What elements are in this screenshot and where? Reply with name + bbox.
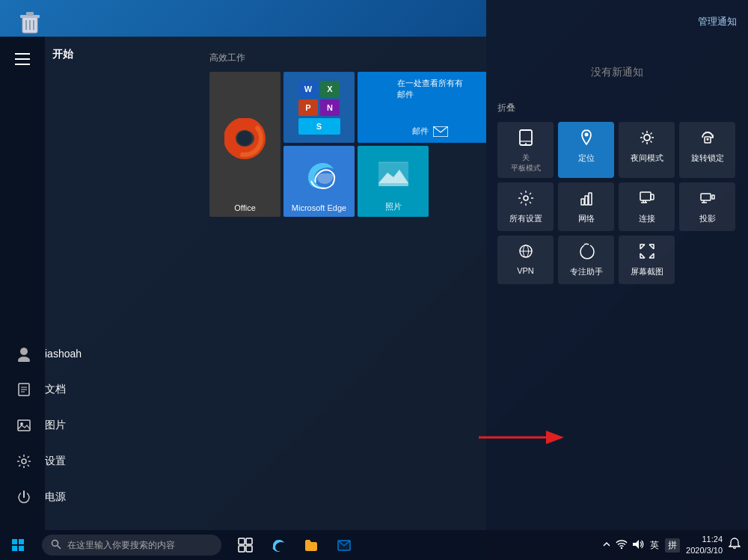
svg-rect-55: [12, 539, 17, 544]
svg-rect-43: [651, 194, 654, 200]
screenshot-label: 屏幕截图: [631, 266, 663, 277]
tablet-label: 关: [522, 153, 530, 163]
quick-btn-nightmode[interactable]: 夜间模式: [619, 122, 675, 178]
quick-settings-panel: 管理通知 没有新通知 折叠 关 平板模式: [486, 0, 748, 560]
svg-rect-40: [585, 196, 588, 205]
quick-grid-row2: 所有设置 网络: [497, 182, 737, 231]
svg-point-6: [20, 348, 28, 355]
taskbar: 在这里输入你要搜索的内容: [0, 530, 748, 560]
start-button[interactable]: [0, 530, 36, 560]
recycle-bin-icon: [15, 7, 45, 37]
mail-tile-text: 在一处查看所有有邮件: [397, 78, 463, 101]
svg-rect-62: [246, 538, 252, 544]
docs-icon: [15, 381, 33, 399]
tray-up-arrow[interactable]: [602, 539, 611, 551]
svg-rect-12: [18, 420, 30, 431]
sidebar-item-docs[interactable]: 文档: [7, 372, 180, 407]
location-label: 定位: [578, 153, 595, 164]
svg-rect-63: [239, 546, 245, 552]
task-view-btn[interactable]: [230, 530, 260, 560]
tile-photos-label: 照片: [385, 201, 402, 212]
network-icon: [578, 190, 595, 210]
svg-line-32: [650, 141, 652, 143]
svg-rect-61: [239, 538, 245, 544]
tile-office-apps[interactable]: W X P N S: [283, 72, 355, 143]
tiles-section-label: 高效工作: [209, 52, 471, 64]
sidebar-item-power[interactable]: 电源: [7, 479, 180, 515]
svg-rect-41: [589, 193, 592, 205]
settings-icon: [15, 452, 33, 470]
start-menu: 开始 iashoah: [0, 37, 486, 530]
quick-grid-row3: VPN 专注助手: [497, 236, 737, 284]
tile-office-label: Office: [234, 203, 256, 212]
allsettings-icon: [518, 190, 534, 210]
connect-label: 连接: [639, 213, 655, 224]
sidebar-item-user[interactable]: iashoah: [7, 336, 180, 372]
quick-btn-rotate[interactable]: 旋转锁定: [679, 122, 735, 178]
pictures-label: 图片: [45, 419, 66, 432]
svg-rect-2: [26, 12, 34, 16]
quick-btn-connect[interactable]: 连接: [619, 182, 675, 231]
svg-point-67: [621, 547, 622, 548]
no-new-notice: 没有新通知: [497, 66, 737, 79]
quick-btn-project[interactable]: 投影: [679, 182, 735, 231]
svg-line-34: [642, 141, 643, 143]
svg-point-59: [52, 540, 58, 546]
svg-marker-68: [633, 540, 639, 549]
tiles-area: 高效工作: [194, 37, 486, 530]
quick-btn-allsettings[interactable]: 所有设置: [497, 182, 554, 231]
quick-buttons-grid: 关 平板模式 定位: [497, 122, 737, 178]
svg-rect-42: [640, 192, 651, 200]
docs-label: 文档: [45, 383, 66, 396]
quick-btn-tablet[interactable]: 关 平板模式: [497, 122, 554, 178]
svg-line-31: [642, 133, 643, 135]
tray-network[interactable]: [616, 539, 628, 552]
tile-mail[interactable]: 在一处查看所有有邮件 邮件: [358, 72, 486, 143]
tray-volume[interactable]: [632, 539, 644, 552]
lang-badge[interactable]: 英: [650, 539, 659, 552]
power-label: 电源: [45, 490, 66, 504]
power-icon: [15, 488, 33, 506]
taskbar-explorer[interactable]: [296, 530, 326, 560]
nightmode-icon: [639, 129, 655, 150]
clock[interactable]: 11:24 2020/3/10: [686, 534, 723, 557]
svg-rect-57: [12, 546, 17, 551]
focus-label: 专注助手: [570, 266, 603, 277]
settings-label: 设置: [45, 455, 66, 468]
nightmode-label: 夜间模式: [631, 153, 663, 164]
desktop: 回收站 开始 iashoah: [0, 0, 748, 560]
time-display: 11:24: [686, 534, 723, 545]
allsettings-label: 所有设置: [509, 213, 542, 224]
tile-edge[interactable]: Microsoft Edge: [283, 146, 355, 217]
sidebar-item-settings[interactable]: 设置: [7, 443, 180, 479]
rotate-label: 旋转锁定: [691, 153, 724, 164]
user-label: iashoah: [45, 348, 82, 360]
svg-rect-56: [19, 539, 24, 544]
tile-photos[interactable]: 照片: [358, 146, 429, 217]
input-method[interactable]: 拼: [665, 538, 680, 553]
quick-btn-screenshot[interactable]: 屏幕截图: [619, 236, 675, 284]
quick-btn-location[interactable]: 定位: [558, 122, 614, 178]
svg-line-60: [58, 545, 61, 549]
hamburger-button[interactable]: [7, 44, 37, 74]
svg-rect-47: [701, 194, 711, 200]
taskbar-edge[interactable]: [263, 530, 293, 560]
sidebar-item-pictures[interactable]: 图片: [7, 407, 180, 443]
quick-btn-focus[interactable]: 专注助手: [558, 236, 614, 284]
vpn-label: VPN: [517, 266, 534, 275]
manage-notice-btn[interactable]: 管理通知: [497, 15, 737, 28]
taskbar-mail[interactable]: [329, 530, 359, 560]
svg-point-24: [525, 143, 527, 144]
search-bar[interactable]: 在这里输入你要搜索的内容: [42, 535, 221, 556]
system-tray: [602, 539, 644, 552]
svg-point-25: [584, 133, 588, 137]
location-icon: [579, 129, 594, 150]
svg-point-18: [237, 131, 252, 146]
collapse-label: 折叠: [497, 102, 737, 114]
tile-office[interactable]: Office: [209, 72, 280, 217]
quick-btn-vpn[interactable]: VPN: [497, 236, 554, 284]
quick-btn-network[interactable]: 网络: [558, 182, 614, 231]
notification-btn[interactable]: [729, 538, 741, 553]
svg-point-30: [644, 135, 650, 141]
user-icon: [15, 345, 33, 363]
